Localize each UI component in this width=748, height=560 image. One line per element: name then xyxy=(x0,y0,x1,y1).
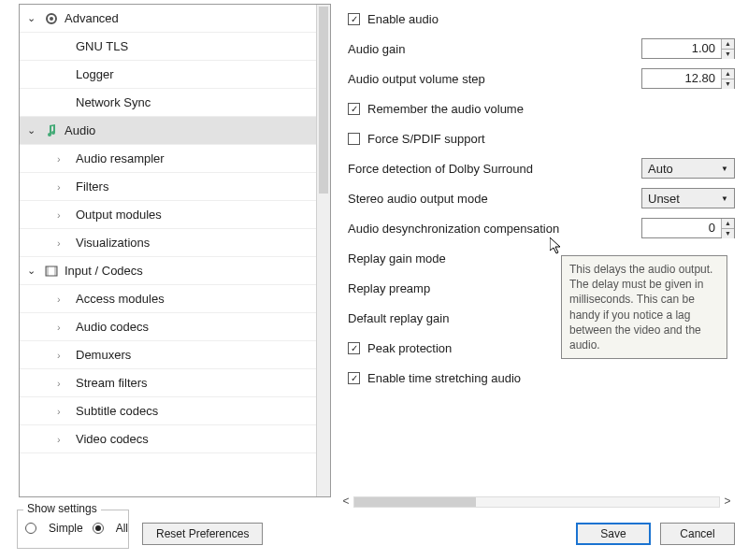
radio-all-label: All xyxy=(116,522,128,535)
tree-item-label: Visualizations xyxy=(72,236,150,250)
dolby-label: Force detection of Dolby Surround xyxy=(348,162,641,176)
tree-item-label: Advanced xyxy=(61,11,119,25)
tree-item-label: Demuxers xyxy=(72,348,131,362)
scrollbar-thumb[interactable] xyxy=(319,7,328,194)
spin-down-icon[interactable]: ▼ xyxy=(722,50,734,59)
gear-icon xyxy=(42,11,61,26)
cursor-icon xyxy=(550,237,565,256)
tree-item-label: Access modules xyxy=(72,292,165,306)
expand-icon[interactable]: › xyxy=(57,406,72,417)
reset-preferences-button[interactable]: Reset Preferences xyxy=(142,523,263,545)
note-icon xyxy=(42,123,61,138)
tree-item-label: Video codecs xyxy=(72,432,149,446)
audio-gain-spinbox[interactable]: 1.00 ▲▼ xyxy=(641,38,735,59)
settings-panel: ✓ Enable audio Audio gain 1.00 ▲▼ Audio … xyxy=(331,4,748,505)
scrollbar-thumb[interactable] xyxy=(354,497,476,507)
stereo-mode-combo[interactable]: Unset ▼ xyxy=(641,188,735,208)
expand-icon[interactable]: › xyxy=(57,209,72,221)
tree-item-audio-codecs[interactable]: ›Audio codecs xyxy=(20,313,330,341)
force-spdif-label: Force S/PDIF support xyxy=(367,132,735,146)
cancel-button[interactable]: Cancel xyxy=(660,523,735,545)
tree-item-output-modules[interactable]: ›Output modules xyxy=(20,201,330,229)
preferences-tree[interactable]: ⌄AdvancedGNU TLSLoggerNetwork Sync⌄Audio… xyxy=(19,4,331,497)
tree-item-label: Subtitle codecs xyxy=(72,404,158,418)
volume-step-spinbox[interactable]: 12.80 ▲▼ xyxy=(641,68,735,89)
tree-scrollbar[interactable] xyxy=(316,5,330,496)
time-stretch-checkbox[interactable]: ✓ xyxy=(348,372,360,384)
tree-item-video-codecs[interactable]: ›Video codecs xyxy=(20,425,330,453)
stereo-mode-label: Stereo audio output mode xyxy=(348,192,641,206)
tree-item-label: Input / Codecs xyxy=(61,264,143,278)
desync-spinbox[interactable]: 0 ▲▼ xyxy=(641,218,735,238)
tree-item-audio-resampler[interactable]: ›Audio resampler xyxy=(20,145,330,173)
spin-down-icon[interactable]: ▼ xyxy=(722,229,734,238)
tree-item-label: Output modules xyxy=(72,208,162,222)
volume-step-label: Audio output volume step xyxy=(348,72,641,86)
radio-simple-label: Simple xyxy=(49,522,83,535)
expand-icon[interactable]: › xyxy=(57,378,72,389)
expand-icon[interactable]: › xyxy=(57,153,72,165)
tree-item-label: Audio resampler xyxy=(72,151,165,165)
tree-item-label: GNU TLS xyxy=(72,39,128,53)
radio-all[interactable] xyxy=(93,523,104,534)
tree-item-network-sync[interactable]: Network Sync xyxy=(20,89,330,117)
chevron-down-icon: ▼ xyxy=(721,194,734,203)
tree-item-label: Logger xyxy=(72,67,113,81)
tree-item-label: Audio xyxy=(61,123,95,137)
tree-item-audio[interactable]: ⌄Audio xyxy=(20,117,330,145)
tree-item-input-codecs[interactable]: ⌄Input / Codecs xyxy=(20,257,330,285)
expand-icon[interactable]: › xyxy=(57,294,72,305)
tree-item-label: Network Sync xyxy=(72,95,151,109)
tree-item-logger[interactable]: Logger xyxy=(20,61,330,89)
tree-item-access-modules[interactable]: ›Access modules xyxy=(20,285,330,313)
expand-icon[interactable]: ⌄ xyxy=(27,12,42,24)
remember-volume-label: Remember the audio volume xyxy=(367,102,735,116)
tree-item-stream-filters[interactable]: ›Stream filters xyxy=(20,369,330,397)
spin-up-icon[interactable]: ▲ xyxy=(722,39,734,50)
tree-item-label: Filters xyxy=(72,179,108,194)
force-spdif-checkbox[interactable] xyxy=(348,133,360,145)
tree-item-visualizations[interactable]: ›Visualizations xyxy=(20,229,330,257)
radio-simple[interactable] xyxy=(25,523,36,534)
film-icon xyxy=(42,264,61,279)
audio-gain-label: Audio gain xyxy=(348,42,641,56)
footer: Show settings Simple All Reset Preferenc… xyxy=(0,508,748,560)
save-button[interactable]: Save xyxy=(576,523,651,545)
svg-rect-3 xyxy=(46,266,49,276)
svg-point-1 xyxy=(50,17,53,21)
spin-up-icon[interactable]: ▲ xyxy=(722,219,734,229)
remember-volume-checkbox[interactable]: ✓ xyxy=(348,103,360,115)
expand-icon[interactable]: › xyxy=(57,181,72,193)
tree-item-gnu-tls[interactable]: GNU TLS xyxy=(20,33,330,61)
tooltip: This delays the audio output. The delay … xyxy=(561,255,727,359)
spin-up-icon[interactable]: ▲ xyxy=(722,69,734,79)
tree-item-label: Stream filters xyxy=(72,376,148,390)
tree-item-filters[interactable]: ›Filters xyxy=(20,173,330,201)
tree-item-label: Audio codecs xyxy=(72,320,149,334)
svg-rect-4 xyxy=(54,266,57,276)
show-settings-group: Show settings Simple All xyxy=(17,510,129,549)
tree-item-advanced[interactable]: ⌄Advanced xyxy=(20,5,330,33)
tree-item-subtitle-codecs[interactable]: ›Subtitle codecs xyxy=(20,397,330,425)
enable-audio-label: Enable audio xyxy=(367,12,735,26)
time-stretch-label: Enable time stretching audio xyxy=(367,371,735,385)
spin-down-icon[interactable]: ▼ xyxy=(722,79,734,89)
expand-icon[interactable]: ⌄ xyxy=(27,265,42,277)
expand-icon[interactable]: › xyxy=(57,237,72,249)
show-settings-legend: Show settings xyxy=(23,502,101,515)
enable-audio-checkbox[interactable]: ✓ xyxy=(348,13,360,25)
dolby-combo[interactable]: Auto ▼ xyxy=(641,158,735,179)
expand-icon[interactable]: › xyxy=(57,350,72,361)
desync-label: Audio desynchronization compensation xyxy=(348,222,641,236)
expand-icon[interactable]: ⌄ xyxy=(27,124,42,136)
expand-icon[interactable]: › xyxy=(57,434,72,445)
expand-icon[interactable]: › xyxy=(57,322,72,333)
chevron-down-icon: ▼ xyxy=(721,165,734,173)
tree-item-demuxers[interactable]: ›Demuxers xyxy=(20,341,330,369)
peak-protection-checkbox[interactable]: ✓ xyxy=(348,342,360,354)
